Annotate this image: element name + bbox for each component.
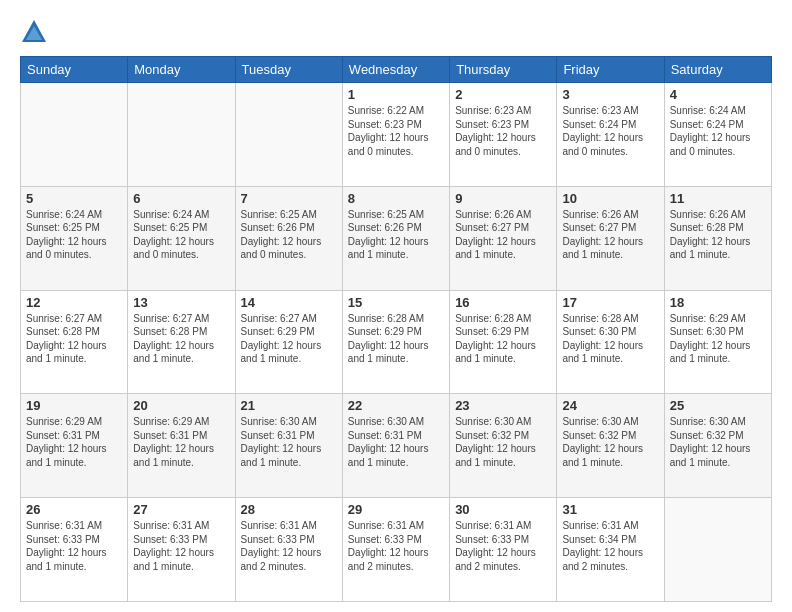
day-number: 27 — [133, 502, 229, 517]
day-cell: 2Sunrise: 6:23 AM Sunset: 6:23 PM Daylig… — [450, 83, 557, 187]
day-info: Sunrise: 6:23 AM Sunset: 6:24 PM Dayligh… — [562, 104, 658, 158]
weekday-header-thursday: Thursday — [450, 57, 557, 83]
generalblue-logo-icon — [20, 18, 48, 46]
day-cell — [21, 83, 128, 187]
day-cell — [128, 83, 235, 187]
day-info: Sunrise: 6:29 AM Sunset: 6:31 PM Dayligh… — [133, 415, 229, 469]
day-cell: 1Sunrise: 6:22 AM Sunset: 6:23 PM Daylig… — [342, 83, 449, 187]
day-number: 2 — [455, 87, 551, 102]
week-row-2: 5Sunrise: 6:24 AM Sunset: 6:25 PM Daylig… — [21, 186, 772, 290]
day-cell: 24Sunrise: 6:30 AM Sunset: 6:32 PM Dayli… — [557, 394, 664, 498]
day-cell: 16Sunrise: 6:28 AM Sunset: 6:29 PM Dayli… — [450, 290, 557, 394]
day-number: 6 — [133, 191, 229, 206]
day-number: 12 — [26, 295, 122, 310]
weekday-header-friday: Friday — [557, 57, 664, 83]
day-number: 3 — [562, 87, 658, 102]
day-cell: 6Sunrise: 6:24 AM Sunset: 6:25 PM Daylig… — [128, 186, 235, 290]
day-number: 15 — [348, 295, 444, 310]
day-number: 26 — [26, 502, 122, 517]
day-number: 18 — [670, 295, 766, 310]
day-number: 5 — [26, 191, 122, 206]
week-row-3: 12Sunrise: 6:27 AM Sunset: 6:28 PM Dayli… — [21, 290, 772, 394]
day-cell: 9Sunrise: 6:26 AM Sunset: 6:27 PM Daylig… — [450, 186, 557, 290]
day-number: 10 — [562, 191, 658, 206]
day-cell: 29Sunrise: 6:31 AM Sunset: 6:33 PM Dayli… — [342, 498, 449, 602]
day-cell: 12Sunrise: 6:27 AM Sunset: 6:28 PM Dayli… — [21, 290, 128, 394]
day-cell: 23Sunrise: 6:30 AM Sunset: 6:32 PM Dayli… — [450, 394, 557, 498]
weekday-header-monday: Monday — [128, 57, 235, 83]
day-number: 16 — [455, 295, 551, 310]
day-cell: 25Sunrise: 6:30 AM Sunset: 6:32 PM Dayli… — [664, 394, 771, 498]
day-cell: 28Sunrise: 6:31 AM Sunset: 6:33 PM Dayli… — [235, 498, 342, 602]
day-number: 8 — [348, 191, 444, 206]
day-info: Sunrise: 6:31 AM Sunset: 6:33 PM Dayligh… — [455, 519, 551, 573]
day-number: 20 — [133, 398, 229, 413]
day-number: 13 — [133, 295, 229, 310]
day-number: 29 — [348, 502, 444, 517]
day-number: 24 — [562, 398, 658, 413]
day-number: 21 — [241, 398, 337, 413]
day-number: 11 — [670, 191, 766, 206]
day-info: Sunrise: 6:25 AM Sunset: 6:26 PM Dayligh… — [348, 208, 444, 262]
day-info: Sunrise: 6:26 AM Sunset: 6:28 PM Dayligh… — [670, 208, 766, 262]
logo — [20, 18, 52, 46]
day-cell: 18Sunrise: 6:29 AM Sunset: 6:30 PM Dayli… — [664, 290, 771, 394]
day-cell — [235, 83, 342, 187]
day-cell: 30Sunrise: 6:31 AM Sunset: 6:33 PM Dayli… — [450, 498, 557, 602]
week-row-4: 19Sunrise: 6:29 AM Sunset: 6:31 PM Dayli… — [21, 394, 772, 498]
day-cell: 11Sunrise: 6:26 AM Sunset: 6:28 PM Dayli… — [664, 186, 771, 290]
day-cell: 13Sunrise: 6:27 AM Sunset: 6:28 PM Dayli… — [128, 290, 235, 394]
page: SundayMondayTuesdayWednesdayThursdayFrid… — [0, 0, 792, 612]
day-info: Sunrise: 6:27 AM Sunset: 6:28 PM Dayligh… — [26, 312, 122, 366]
calendar-table: SundayMondayTuesdayWednesdayThursdayFrid… — [20, 56, 772, 602]
day-info: Sunrise: 6:24 AM Sunset: 6:24 PM Dayligh… — [670, 104, 766, 158]
day-cell: 4Sunrise: 6:24 AM Sunset: 6:24 PM Daylig… — [664, 83, 771, 187]
day-info: Sunrise: 6:26 AM Sunset: 6:27 PM Dayligh… — [562, 208, 658, 262]
day-info: Sunrise: 6:30 AM Sunset: 6:32 PM Dayligh… — [562, 415, 658, 469]
day-info: Sunrise: 6:31 AM Sunset: 6:33 PM Dayligh… — [241, 519, 337, 573]
day-info: Sunrise: 6:24 AM Sunset: 6:25 PM Dayligh… — [26, 208, 122, 262]
day-info: Sunrise: 6:30 AM Sunset: 6:31 PM Dayligh… — [348, 415, 444, 469]
day-cell: 14Sunrise: 6:27 AM Sunset: 6:29 PM Dayli… — [235, 290, 342, 394]
day-info: Sunrise: 6:31 AM Sunset: 6:33 PM Dayligh… — [133, 519, 229, 573]
day-cell: 10Sunrise: 6:26 AM Sunset: 6:27 PM Dayli… — [557, 186, 664, 290]
header — [20, 18, 772, 46]
day-info: Sunrise: 6:31 AM Sunset: 6:34 PM Dayligh… — [562, 519, 658, 573]
day-info: Sunrise: 6:31 AM Sunset: 6:33 PM Dayligh… — [26, 519, 122, 573]
week-row-5: 26Sunrise: 6:31 AM Sunset: 6:33 PM Dayli… — [21, 498, 772, 602]
day-info: Sunrise: 6:29 AM Sunset: 6:31 PM Dayligh… — [26, 415, 122, 469]
day-number: 31 — [562, 502, 658, 517]
day-cell: 15Sunrise: 6:28 AM Sunset: 6:29 PM Dayli… — [342, 290, 449, 394]
week-row-1: 1Sunrise: 6:22 AM Sunset: 6:23 PM Daylig… — [21, 83, 772, 187]
day-info: Sunrise: 6:24 AM Sunset: 6:25 PM Dayligh… — [133, 208, 229, 262]
day-number: 23 — [455, 398, 551, 413]
weekday-header-sunday: Sunday — [21, 57, 128, 83]
day-number: 28 — [241, 502, 337, 517]
day-number: 4 — [670, 87, 766, 102]
day-info: Sunrise: 6:28 AM Sunset: 6:29 PM Dayligh… — [455, 312, 551, 366]
day-cell: 27Sunrise: 6:31 AM Sunset: 6:33 PM Dayli… — [128, 498, 235, 602]
day-number: 9 — [455, 191, 551, 206]
day-info: Sunrise: 6:27 AM Sunset: 6:28 PM Dayligh… — [133, 312, 229, 366]
day-info: Sunrise: 6:28 AM Sunset: 6:30 PM Dayligh… — [562, 312, 658, 366]
day-info: Sunrise: 6:30 AM Sunset: 6:31 PM Dayligh… — [241, 415, 337, 469]
day-number: 17 — [562, 295, 658, 310]
day-number: 25 — [670, 398, 766, 413]
day-cell: 7Sunrise: 6:25 AM Sunset: 6:26 PM Daylig… — [235, 186, 342, 290]
day-cell: 17Sunrise: 6:28 AM Sunset: 6:30 PM Dayli… — [557, 290, 664, 394]
day-number: 19 — [26, 398, 122, 413]
day-cell: 5Sunrise: 6:24 AM Sunset: 6:25 PM Daylig… — [21, 186, 128, 290]
day-cell: 20Sunrise: 6:29 AM Sunset: 6:31 PM Dayli… — [128, 394, 235, 498]
day-cell — [664, 498, 771, 602]
day-cell: 8Sunrise: 6:25 AM Sunset: 6:26 PM Daylig… — [342, 186, 449, 290]
day-number: 1 — [348, 87, 444, 102]
weekday-header-wednesday: Wednesday — [342, 57, 449, 83]
day-info: Sunrise: 6:26 AM Sunset: 6:27 PM Dayligh… — [455, 208, 551, 262]
day-number: 14 — [241, 295, 337, 310]
day-info: Sunrise: 6:30 AM Sunset: 6:32 PM Dayligh… — [455, 415, 551, 469]
day-cell: 22Sunrise: 6:30 AM Sunset: 6:31 PM Dayli… — [342, 394, 449, 498]
day-cell: 3Sunrise: 6:23 AM Sunset: 6:24 PM Daylig… — [557, 83, 664, 187]
day-info: Sunrise: 6:31 AM Sunset: 6:33 PM Dayligh… — [348, 519, 444, 573]
day-info: Sunrise: 6:27 AM Sunset: 6:29 PM Dayligh… — [241, 312, 337, 366]
day-info: Sunrise: 6:22 AM Sunset: 6:23 PM Dayligh… — [348, 104, 444, 158]
